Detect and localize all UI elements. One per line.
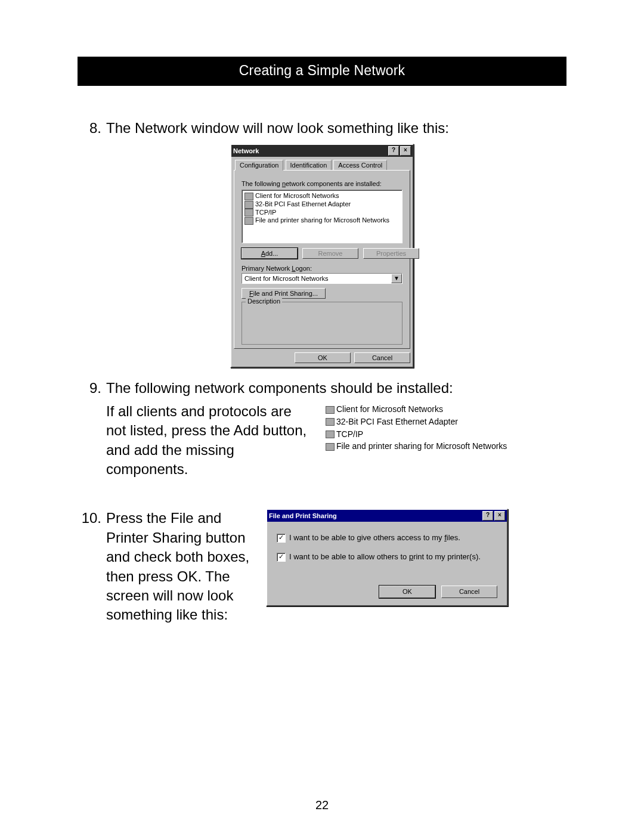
service-icon xyxy=(244,217,253,225)
titlebar: File and Print Sharing ? × xyxy=(267,510,507,522)
tabpage-configuration: The following network components are ins… xyxy=(234,170,410,349)
help-button[interactable]: ? xyxy=(482,511,493,521)
step-number: 10. xyxy=(78,509,106,624)
remove-button: Remove xyxy=(302,248,358,259)
adapter-icon xyxy=(326,418,335,426)
titlebar: Network ? × xyxy=(231,145,413,157)
page-header: Creating a Simple Network xyxy=(78,57,566,86)
client-icon xyxy=(244,193,253,200)
tab-configuration[interactable]: Configuration xyxy=(235,160,283,171)
list-item[interactable]: File and printer sharing for Microsoft N… xyxy=(244,216,400,225)
step-number: 8. xyxy=(78,119,106,138)
cancel-button[interactable]: Cancel xyxy=(354,352,410,363)
close-button[interactable]: × xyxy=(494,511,505,521)
logon-label: Primary Network Logon: xyxy=(242,265,402,272)
file-print-sharing-window: File and Print Sharing ? × ✓ I want to b… xyxy=(266,509,508,606)
protocol-icon xyxy=(326,431,335,438)
cancel-button[interactable]: Cancel xyxy=(441,586,497,598)
tabstrip: Configuration Identification Access Cont… xyxy=(234,159,410,170)
combo-value: Client for Microsoft Networks xyxy=(242,274,391,283)
add-button[interactable]: Add... xyxy=(242,248,298,259)
ok-button[interactable]: OK xyxy=(295,352,351,363)
adapter-icon xyxy=(244,201,253,209)
service-icon xyxy=(326,443,335,451)
window-title: Network xyxy=(233,147,259,154)
protocol-icon xyxy=(244,209,253,216)
step-number: 9. xyxy=(78,379,106,479)
primary-logon-combo[interactable]: Client for Microsoft Networks ▼ xyxy=(242,273,402,284)
step-body: If all clients and protocols are not lis… xyxy=(106,402,315,479)
share-files-checkbox[interactable]: ✓ I want to be able to give others acces… xyxy=(277,532,497,543)
step-8: 8. The Network window will now look some… xyxy=(78,119,449,138)
step-9: 9. The following network components shou… xyxy=(78,379,507,479)
help-button[interactable]: ? xyxy=(388,146,399,156)
tab-identification[interactable]: Identification xyxy=(286,160,332,170)
window-title: File and Print Sharing xyxy=(269,512,337,521)
list-item[interactable]: Client for Microsoft Networks xyxy=(244,192,400,200)
ok-button[interactable]: OK xyxy=(379,586,435,598)
page-number: 22 xyxy=(0,798,644,812)
description-group: Description xyxy=(242,302,402,345)
component-thumbnail-list: Client for Microsoft Networks 32-Bit PCI… xyxy=(326,402,507,454)
network-window: Network ? × Configuration Identification… xyxy=(230,144,414,368)
close-button[interactable]: × xyxy=(400,146,411,156)
components-listbox[interactable]: Client for Microsoft Networks 32-Bit PCI… xyxy=(242,190,402,243)
components-label: The following network components are ins… xyxy=(242,180,402,187)
chevron-down-icon[interactable]: ▼ xyxy=(391,274,402,283)
checkbox-icon: ✓ xyxy=(277,553,286,562)
group-label: Description xyxy=(246,298,282,305)
document-page: Creating a Simple Network 8. The Network… xyxy=(0,0,644,833)
step-body: Press the File and Printer Sharing butto… xyxy=(106,509,508,624)
step-text: The Network window will now look somethi… xyxy=(106,119,449,138)
properties-button: Properties xyxy=(363,248,419,259)
checkbox-icon: ✓ xyxy=(277,534,286,543)
tab-access-control[interactable]: Access Control xyxy=(333,160,387,170)
list-item[interactable]: TCP/IP xyxy=(244,209,400,217)
list-item[interactable]: 32-Bit PCI Fast Ethernet Adapter xyxy=(244,200,400,209)
share-printers-checkbox[interactable]: ✓ I want to be able to allow others to p… xyxy=(277,552,497,562)
client-icon xyxy=(326,406,335,414)
step-10: 10. Press the File and Printer Sharing b… xyxy=(78,509,508,624)
step-text: The following network components should … xyxy=(106,379,507,479)
